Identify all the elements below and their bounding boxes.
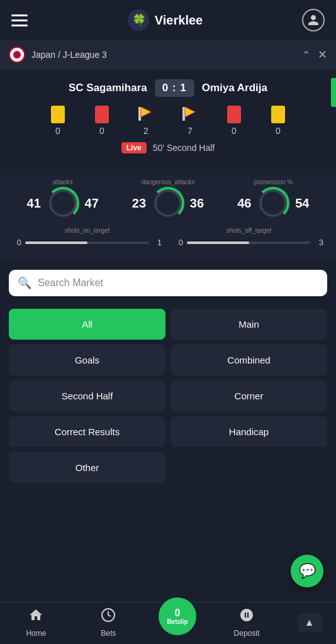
svg-marker-6: [185, 107, 195, 117]
svg-rect-2: [138, 107, 141, 121]
user-profile-button[interactable]: [302, 9, 325, 31]
live-indicator: [331, 78, 336, 107]
away-yellow-card: [271, 106, 285, 123]
shots-on-stat: shots_on_target 0 1: [13, 227, 162, 247]
bottom-nav: Home Bets 0 Betslip Deposit ▲: [0, 602, 336, 644]
away-corner-flag: [181, 106, 199, 123]
home-corner-flag: [137, 106, 155, 123]
live-row: Live 50' Second Half: [13, 142, 323, 153]
away-yellow-count: 0: [276, 126, 281, 136]
shots-off-bar: 0 3: [174, 238, 323, 247]
league-name: Japan / J-League 3: [31, 50, 296, 60]
nav-home[interactable]: Home: [14, 608, 58, 638]
home-corners-count: 2: [143, 126, 148, 136]
away-corners-count: 7: [188, 126, 193, 136]
possession-stat: possession % 46 54: [223, 179, 323, 217]
japan-flag: [9, 47, 25, 63]
home-icon: [28, 608, 43, 626]
search-input[interactable]: [38, 277, 318, 289]
filter-all[interactable]: All: [9, 309, 165, 340]
filter-goals[interactable]: Goals: [9, 345, 165, 375]
shots-on-home: 0: [13, 238, 21, 247]
possession-away: 54: [293, 196, 311, 211]
home-red-count: 0: [99, 126, 104, 136]
attacks-home: 41: [25, 196, 43, 211]
attacks-away: 47: [83, 196, 101, 211]
search-box: 🔍: [9, 270, 327, 296]
league-bar: Japan / J-League 3 ⌃ ✕: [0, 40, 336, 69]
dangerous-away: 36: [188, 196, 206, 211]
away-red-card: [227, 106, 241, 123]
main-stats-row: attacks 41 47 dangerous_attacks 23 36 po…: [13, 179, 323, 217]
shots-on-label: shots_on_target: [13, 227, 162, 234]
chat-icon: 💬: [299, 563, 316, 579]
attacks-gauge: [49, 189, 77, 217]
nav-bets[interactable]: Bets: [86, 608, 130, 638]
search-icon: 🔍: [18, 276, 31, 290]
away-team: Omiya Ardija: [202, 82, 267, 94]
away-red-card-group: 0: [212, 106, 256, 136]
shots-off-stat: shots_off_target 0 3: [174, 227, 323, 247]
filter-main[interactable]: Main: [171, 309, 327, 340]
menu-button[interactable]: [11, 14, 28, 26]
nav-deposit[interactable]: Deposit: [225, 608, 269, 638]
home-yellow-card: [51, 106, 65, 123]
home-red-card: [95, 106, 109, 123]
filter-correct-results[interactable]: Correct Results: [9, 416, 165, 447]
live-badge: Live: [121, 142, 147, 153]
header: 🍀 Vierklee: [0, 0, 336, 40]
chat-fab[interactable]: 💬: [291, 555, 323, 587]
svg-rect-5: [182, 107, 185, 121]
score-badge: 0 : 1: [155, 79, 194, 97]
collapse-button[interactable]: ⌃: [302, 49, 310, 61]
bets-icon: [101, 608, 116, 626]
teams-row: SC Sagamihara 0 : 1 Omiya Ardija: [13, 79, 323, 97]
shots-off-label: shots_off_target: [174, 227, 323, 234]
market-filter-grid: All Main Goals Combined Second Half Corn…: [0, 303, 336, 492]
home-team: SC Sagamihara: [69, 82, 147, 94]
filter-second-half[interactable]: Second Half: [9, 380, 165, 411]
svg-marker-3: [141, 107, 151, 117]
bets-label: Bets: [101, 629, 116, 638]
away-yellow-card-group: 0: [256, 106, 300, 136]
cards-row: 0 0 2 7 0 0: [13, 106, 323, 136]
close-button[interactable]: ✕: [318, 48, 327, 62]
shots-on-fill: [25, 242, 87, 244]
betslip-label: Betslip: [167, 618, 188, 625]
deposit-icon: [239, 608, 254, 626]
stats-section: attacks 41 47 dangerous_attacks 23 36 po…: [0, 169, 336, 260]
app-name: Vierklee: [155, 13, 203, 28]
home-corners-group: 2: [124, 106, 168, 136]
away-red-count: 0: [232, 126, 237, 136]
nav-up-button[interactable]: ▲: [297, 613, 322, 632]
score-section: SC Sagamihara 0 : 1 Omiya Ardija 0 0 2 7: [0, 69, 336, 169]
search-section: 🔍: [0, 260, 336, 303]
filter-handicap[interactable]: Handicap: [171, 416, 327, 447]
dangerous-label: dangerous_attacks: [142, 179, 195, 186]
filter-other[interactable]: Other: [9, 452, 165, 483]
filter-corner[interactable]: Corner: [171, 380, 327, 411]
filter-combined[interactable]: Combined: [171, 345, 327, 375]
shots-on-bar: 0 1: [13, 238, 162, 247]
dangerous-gauge: [154, 189, 182, 217]
betslip-button[interactable]: 0 Betslip: [159, 597, 196, 635]
possession-values: 46 54: [235, 189, 311, 217]
betslip-count: 0: [175, 608, 181, 618]
shots-off-away: 3: [315, 238, 323, 247]
possession-gauge: [259, 189, 287, 217]
possession-label: possession %: [254, 179, 293, 186]
league-controls: ⌃ ✕: [302, 48, 327, 62]
dangerous-home: 23: [130, 196, 148, 211]
shots-off-track: [187, 242, 311, 244]
shots-on-away: 1: [153, 238, 162, 247]
dangerous-values: 23 36: [130, 189, 206, 217]
match-time: 50' Second Half: [153, 143, 215, 153]
app-logo: 🍀 Vierklee: [127, 9, 203, 31]
up-arrow-icon: ▲: [305, 617, 315, 628]
bar-stats-row: shots_on_target 0 1 shots_off_target 0 3: [13, 227, 323, 247]
possession-home: 46: [235, 196, 253, 211]
shots-on-track: [25, 242, 149, 244]
shots-off-home: 0: [174, 238, 183, 247]
home-yellow-count: 0: [55, 126, 60, 136]
attacks-stat: attacks 41 47: [13, 179, 113, 217]
